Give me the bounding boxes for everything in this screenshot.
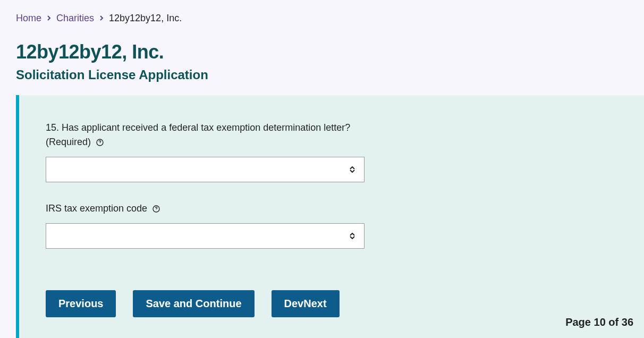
irs-code-select[interactable] [46, 223, 365, 249]
question15-select-wrapper [46, 157, 365, 182]
form-group-question15: 15. Has applicant received a federal tax… [46, 121, 365, 182]
svg-point-1 [100, 144, 100, 145]
page-subtitle-heading: Solicitation License Application [16, 67, 628, 82]
button-row: Previous Save and Continue DevNext [46, 290, 617, 317]
question15-select[interactable] [46, 157, 365, 182]
page-subtitle: Solicitation License Application [0, 67, 644, 82]
page-indicator: Page 10 of 36 [565, 316, 633, 328]
chevron-right-icon [47, 14, 51, 23]
irs-code-label-text: IRS tax exemption code [46, 203, 147, 214]
form-panel: 15. Has applicant received a federal tax… [16, 95, 644, 338]
breadcrumb: Home Charities 12by12by12, Inc. [0, 0, 644, 30]
help-icon[interactable] [152, 205, 160, 213]
page-title: 12by12by12, Inc. [0, 41, 644, 63]
save-continue-button[interactable]: Save and Continue [133, 290, 254, 317]
devnext-button[interactable]: DevNext [272, 290, 340, 317]
page-title-heading: 12by12by12, Inc. [16, 41, 628, 63]
svg-point-3 [156, 210, 157, 211]
question15-label: 15. Has applicant received a federal tax… [46, 121, 365, 149]
breadcrumb-current: 12by12by12, Inc. [109, 13, 182, 24]
irs-code-label: IRS tax exemption code [46, 201, 365, 216]
breadcrumb-charities[interactable]: Charities [56, 13, 94, 24]
previous-button[interactable]: Previous [46, 290, 116, 317]
irs-code-select-wrapper [46, 223, 365, 249]
chevron-right-icon [99, 14, 104, 23]
question15-label-text: 15. Has applicant received a federal tax… [46, 122, 350, 147]
breadcrumb-home[interactable]: Home [16, 13, 41, 24]
help-icon[interactable] [96, 138, 104, 147]
form-group-irs-code: IRS tax exemption code [46, 201, 365, 249]
